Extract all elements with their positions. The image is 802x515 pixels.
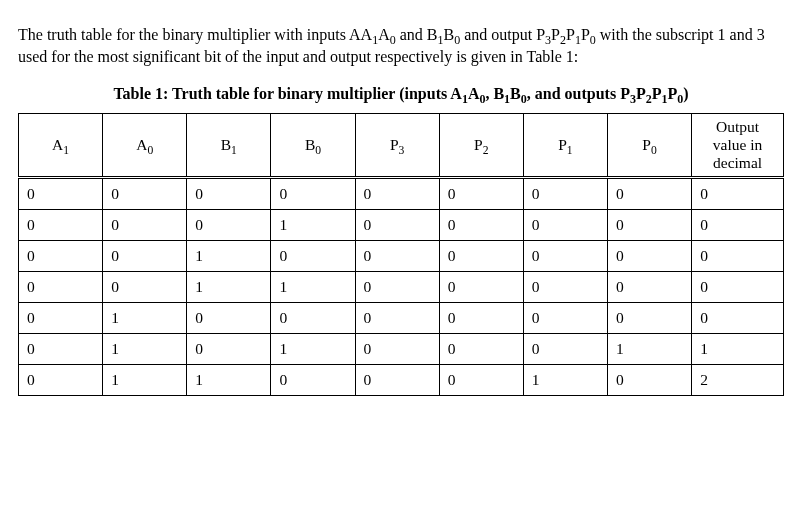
cell-P2: 0 (439, 365, 523, 396)
header-text: P (558, 136, 567, 153)
cell-P3: 0 (355, 210, 439, 241)
cell-A0: 1 (103, 303, 187, 334)
cell-P3: 0 (355, 365, 439, 396)
header-text: B (305, 136, 315, 153)
table-body: 0000000000001000000010000000011000000100… (19, 178, 784, 396)
cell-A1: 0 (19, 241, 103, 272)
cell-A1: 0 (19, 178, 103, 210)
cell-P3: 0 (355, 272, 439, 303)
caption-text: P (668, 85, 678, 102)
intro-text: P (551, 26, 560, 43)
cell-B0: 0 (271, 303, 355, 334)
cell-A0: 0 (103, 272, 187, 303)
cell-B0: 0 (271, 241, 355, 272)
cell-P1: 1 (523, 365, 607, 396)
intro-text: and output P (460, 26, 545, 43)
caption-text: B (510, 85, 521, 102)
subscript: 0 (147, 144, 153, 157)
col-header-P0: P0 (607, 114, 691, 178)
table-row: 001000000 (19, 241, 784, 272)
cell-P3: 0 (355, 334, 439, 365)
col-header-A0: A0 (103, 114, 187, 178)
caption-text: P (636, 85, 646, 102)
col-header-dec: Output value in decimal (692, 114, 784, 178)
cell-B0: 1 (271, 272, 355, 303)
cell-A1: 0 (19, 272, 103, 303)
cell-B0: 1 (271, 210, 355, 241)
subscript: 1 (231, 144, 237, 157)
cell-A0: 1 (103, 334, 187, 365)
cell-B1: 0 (187, 210, 271, 241)
cell-P0: 0 (607, 241, 691, 272)
cell-A1: 0 (19, 365, 103, 396)
cell-B1: 1 (187, 241, 271, 272)
table-row: 000000000 (19, 178, 784, 210)
intro-text: B (444, 26, 455, 43)
caption-text: ) (683, 85, 688, 102)
subscript: 3 (399, 144, 405, 157)
intro-text: P (581, 26, 590, 43)
subscript: 0 (315, 144, 321, 157)
cell-P0: 0 (607, 365, 691, 396)
cell-P0: 0 (607, 303, 691, 334)
cell-A0: 0 (103, 178, 187, 210)
cell-P2: 0 (439, 178, 523, 210)
intro-text: The truth table for the binary multiplie… (18, 26, 361, 43)
cell-P2: 0 (439, 210, 523, 241)
cell-P1: 0 (523, 210, 607, 241)
table-row: 001100000 (19, 272, 784, 303)
cell-P1: 0 (523, 334, 607, 365)
cell-P3: 0 (355, 241, 439, 272)
caption-text: P (652, 85, 662, 102)
caption-text: A (468, 85, 480, 102)
header-text: P (390, 136, 399, 153)
col-header-B0: B0 (271, 114, 355, 178)
cell-B1: 1 (187, 272, 271, 303)
cell-P3: 0 (355, 178, 439, 210)
cell-P1: 0 (523, 241, 607, 272)
cell-P1: 0 (523, 272, 607, 303)
subscript: 2 (483, 144, 489, 157)
cell-B1: 1 (187, 365, 271, 396)
intro-text: A (361, 26, 373, 43)
cell-P2: 0 (439, 272, 523, 303)
cell-A1: 0 (19, 210, 103, 241)
cell-A0: 0 (103, 210, 187, 241)
cell-B0: 0 (271, 178, 355, 210)
cell-dec: 0 (692, 178, 784, 210)
intro-text: A (378, 26, 390, 43)
cell-P2: 0 (439, 241, 523, 272)
table-caption: Table 1: Truth table for binary multipli… (18, 85, 784, 103)
table-row: 011000102 (19, 365, 784, 396)
subscript: 1 (63, 144, 69, 157)
truth-table: A1 A0 B1 B0 P3 P2 P1 P0 Output value in … (18, 113, 784, 396)
cell-dec: 2 (692, 365, 784, 396)
cell-P0: 0 (607, 272, 691, 303)
table-row: 010100011 (19, 334, 784, 365)
cell-dec: 1 (692, 334, 784, 365)
caption-text: , and outputs P (527, 85, 630, 102)
header-text: A (136, 136, 147, 153)
header-text: P (474, 136, 483, 153)
cell-B1: 0 (187, 178, 271, 210)
col-header-B1: B1 (187, 114, 271, 178)
cell-B1: 0 (187, 334, 271, 365)
cell-P2: 0 (439, 303, 523, 334)
cell-B0: 0 (271, 365, 355, 396)
caption-text: , B (485, 85, 504, 102)
cell-dec: 0 (692, 272, 784, 303)
subscript: 1 (567, 144, 573, 157)
table-header-row: A1 A0 B1 B0 P3 P2 P1 P0 Output value in … (19, 114, 784, 178)
cell-dec: 0 (692, 210, 784, 241)
cell-dec: 0 (692, 303, 784, 334)
header-text: A (52, 136, 63, 153)
header-text: B (221, 136, 231, 153)
cell-A0: 0 (103, 241, 187, 272)
cell-A1: 0 (19, 334, 103, 365)
cell-A1: 0 (19, 303, 103, 334)
subscript: 0 (651, 144, 657, 157)
cell-P0: 0 (607, 178, 691, 210)
table-row: 000100000 (19, 210, 784, 241)
table-row: 010000000 (19, 303, 784, 334)
caption-text: Table 1: Truth table for binary multipli… (113, 85, 462, 102)
